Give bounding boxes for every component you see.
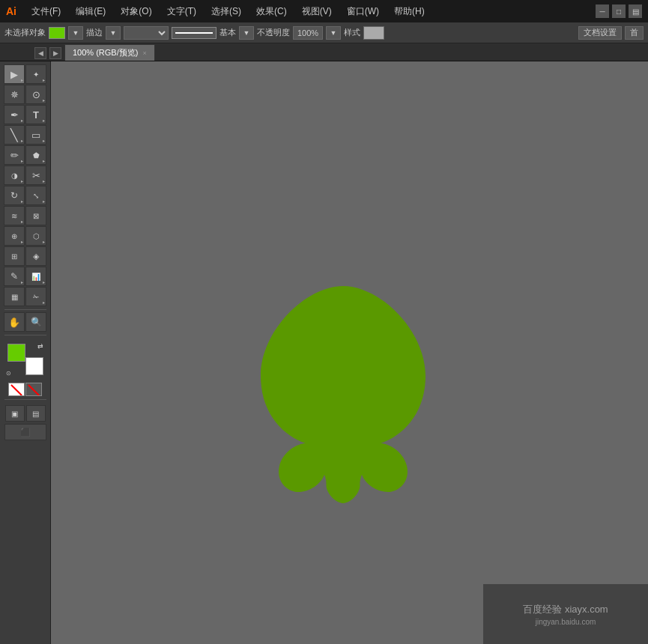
menu-text[interactable]: 文字(T) [163,5,201,18]
select-tool-btn[interactable]: ▶ ▸ [4,64,25,84]
rotate-icon: ↻ [10,190,18,201]
opacity-dropdown-btn[interactable]: ▼ [326,26,341,40]
hand-icon: ✋ [8,317,20,328]
rect-arrow: ▸ [43,138,45,143]
appearance-icon-btn[interactable]: ▣ [5,405,25,422]
shapebuilder-arrow: ▸ [21,239,23,244]
opacity-input[interactable]: 100% [293,26,323,40]
rect-btn[interactable]: ▭ ▸ [25,125,46,145]
artboard-btn[interactable]: ▦ [4,287,25,306]
first-btn[interactable]: 首 [625,26,644,40]
canvas-area[interactable]: 百度经验 xiayx.com jingyan.baidu.com [51,61,648,644]
screen-mode-btn[interactable]: ⬛ [4,424,46,440]
slice-btn[interactable]: ✁ ▸ [25,287,46,306]
rotate-arrow: ▸ [21,198,23,204]
type-icon: T [33,109,39,121]
hand-btn[interactable]: ✋ [4,312,25,332]
appearance2-icon: ▤ [32,410,39,418]
maximize-button[interactable]: □ [612,4,626,18]
magic-wand-btn[interactable]: ✵ [4,85,25,104]
menu-view[interactable]: 视图(V) [297,5,336,18]
warp-arrow: ▸ [21,219,23,224]
base-dropdown-btn[interactable]: ▼ [239,26,254,40]
tool-row-8: ≋ ▸ ⊠ [0,206,50,225]
tab-close-btn[interactable]: × [142,49,146,57]
menu-file[interactable]: 文件(F) [27,5,65,18]
watermark: 百度经验 xiayx.com jingyan.baidu.com [483,584,648,644]
chart-arrow: ▸ [43,279,45,285]
tool-row-2: ✵ ⊙ ▸ [0,85,50,104]
style-box[interactable] [363,26,384,40]
panel-collapse-btn[interactable]: ◀ [34,47,46,59]
pen-btn[interactable]: ✒ ▸ [4,105,25,124]
green-shape [261,286,426,503]
artwork-container [201,271,485,511]
perspective-icon: ⬡ [33,232,40,240]
document-tab[interactable]: 100% (RGB/预览) × [64,44,155,61]
menu-help[interactable]: 帮助(H) [390,5,429,18]
free-transform-btn[interactable]: ⊠ [25,206,46,225]
menu-effect[interactable]: 效果(C) [252,5,291,18]
tool-row-1: ▶ ▸ ✦ ▸ [0,64,50,84]
zoom-btn[interactable]: 🔍 [25,312,46,332]
stroke-none-btn[interactable] [25,383,42,396]
watermark-line1: 百度经验 xiayx.com [523,603,608,616]
panel-expand-btn[interactable]: ▶ [49,47,61,59]
toolbar-divider-3 [4,399,46,400]
tab-label: 100% (RGB/预览) [73,47,138,58]
fill-dropdown-btn[interactable]: ▼ [68,26,83,40]
eraser-btn[interactable]: ◑ ▸ [4,165,25,185]
lasso-icon: ⊙ [32,89,40,100]
menu-select[interactable]: 选择(S) [207,5,246,18]
chart-btn[interactable]: 📊 ▸ [25,267,46,286]
menu-edit[interactable]: 编辑(E) [71,5,110,18]
type-btn[interactable]: T ▸ [25,105,46,124]
reset-colors-icon[interactable]: ⊙ [6,370,11,377]
direct-select-tool-btn[interactable]: ✦ ▸ [25,64,46,84]
bottom-icon-row2: ⬛ [4,424,46,440]
toolbar-divider-2 [4,335,46,335]
arrange-button[interactable]: ▤ [629,4,642,18]
tool-row-10: ⊞ ◈ [0,246,50,266]
gradient-btn[interactable]: ◈ [25,246,46,266]
shape-builder-icon: ⊕ [11,232,17,240]
line-btn[interactable]: ╲ ▸ [4,125,25,145]
perspective-btn[interactable]: ⬡ ▸ [25,226,46,246]
scale-btn[interactable]: ⤡ ▸ [25,186,46,205]
lasso-btn[interactable]: ⊙ ▸ [25,85,46,104]
tool-row-9: ⊕ ▸ ⬡ ▸ [0,226,50,246]
toolbar: ▶ ▸ ✦ ▸ ✵ ⊙ ▸ ✒ ▸ T [0,61,51,644]
slice-arrow: ▸ [43,300,45,305]
eyedropper-btn[interactable]: ✎ ▸ [4,267,25,286]
menu-window[interactable]: 窗口(W) [342,5,384,18]
opacity-label: 不透明度 [257,27,290,38]
fill-color-box[interactable] [49,27,65,39]
appearance2-icon-btn[interactable]: ▤ [26,405,46,422]
mesh-icon: ⊞ [11,252,17,261]
fill-none-btn[interactable] [8,383,25,396]
tool-row-12: ▦ ✁ ▸ [0,287,50,306]
tool-row-none [0,383,50,396]
stroke-color-box[interactable] [25,357,43,375]
tool-row-3: ✒ ▸ T ▸ [0,105,50,124]
rotate-btn[interactable]: ↻ ▸ [4,186,25,205]
doc-settings-btn[interactable]: 文档设置 [578,26,622,40]
menu-object[interactable]: 对象(O) [116,5,156,18]
scissors-btn[interactable]: ✂ ▸ [25,165,46,185]
mesh-btn[interactable]: ⊞ [4,246,25,266]
dselect-arrow: ▸ [43,77,45,82]
tool-row-7: ↻ ▸ ⤡ ▸ [0,186,50,205]
shape-builder-btn[interactable]: ⊕ ▸ [4,226,25,246]
stroke-type-select[interactable] [124,26,169,40]
warp-btn[interactable]: ≋ ▸ [4,206,25,225]
watermark-line2: jingyan.baidu.com [536,618,596,626]
no-selection-label: 未选择对象 [4,27,46,38]
minimize-button[interactable]: ─ [596,4,609,18]
fill-color-box-tool[interactable] [7,344,25,362]
blob-brush-btn[interactable]: ⬟ ▸ [25,145,46,165]
main-area: ▶ ▸ ✦ ▸ ✵ ⊙ ▸ ✒ ▸ T [0,61,648,644]
stroke-dropdown-btn[interactable]: ▼ [106,26,121,40]
stroke-line-display [172,27,216,39]
swap-colors-icon[interactable]: ⇄ [37,342,43,350]
paintbrush-btn[interactable]: ✏ ▸ [4,145,25,165]
